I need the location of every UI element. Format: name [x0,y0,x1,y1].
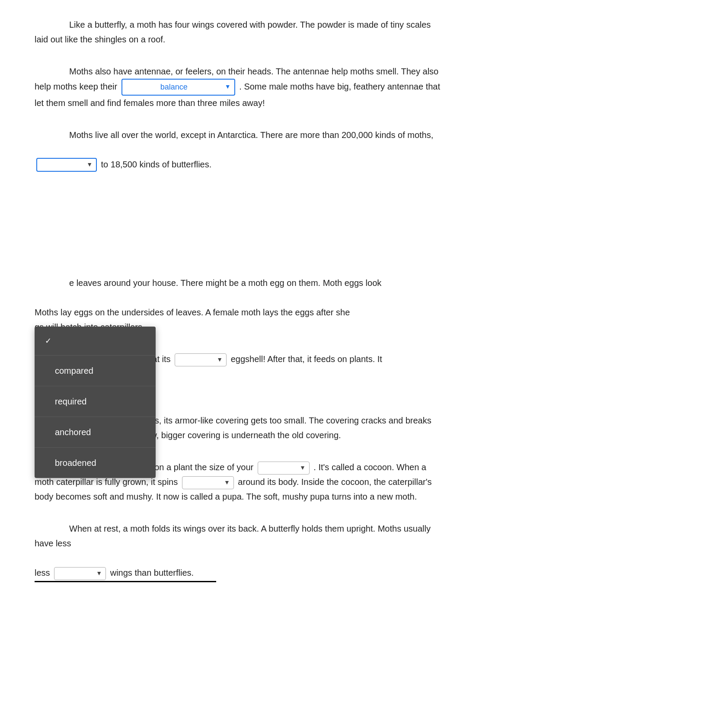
paragraph-4: e leaves around your house. There might … [35,276,441,334]
dropdown-item-compared[interactable]: ✓ compared [35,356,156,386]
p8-text-after: wings than butterflies. [110,568,194,577]
p8-line2: less ▼ wings than butterflies. [35,568,441,582]
dropdown-item-empty[interactable]: ✓ [35,327,156,356]
p3-text-before: Moths live all over the world, except in… [69,130,433,140]
p4-text-line2: Moths lay eggs on the undersides of leav… [35,308,350,317]
balance-dropdown-value: balance [126,80,188,94]
dropdown-6[interactable]: ▼ [54,567,106,580]
paragraph-8: When at rest, a moth folds its wings ove… [35,521,441,582]
paragraph-2: Moths also have antennae, or feelers, on… [35,64,441,110]
dropdown-item-label-1: compared [55,363,145,378]
check-icon-0: ✓ [45,334,51,348]
open-dropdown-chevron: ▼ [86,160,93,170]
p8-text-before: When at rest, a moth folds its wings ove… [35,524,431,548]
dropdown-item-label-2: required [55,394,145,409]
paragraph-3: Moths live all over the world, except in… [35,128,441,172]
p5-text-mid: eggshell! After that, it feeds on plants… [231,354,382,364]
dropdown-5-chevron: ▼ [189,478,230,488]
dropdown-item-anchored[interactable]: ✓ anchored [35,417,156,448]
dropdown-menu: ✓ ✓ compared ✓ required ✓ anchored ✓ bro… [35,327,156,478]
balance-dropdown[interactable]: balance ▼ [121,79,235,96]
dropdown-4[interactable]: ▼ [258,462,310,475]
p4-text-before: e leaves around your house. There might … [69,278,381,288]
p3-text-after: to 18,500 kinds of butterflies. [101,160,212,169]
p1-text: Like a butterfly, a moth has four wings … [35,17,441,47]
p8-indent: When at rest, a moth folds its wings ove… [35,521,441,551]
balance-dropdown-chevron: ▼ [190,82,231,92]
content-area: Like a butterfly, a moth has four wings … [0,0,476,617]
p4-indent: e leaves around your house. There might … [35,276,441,290]
dropdown-item-required[interactable]: ✓ required [35,386,156,417]
dropdown-item-label-3: anchored [55,425,145,439]
dropdown-5[interactable]: ▼ [182,476,234,489]
dropdown-2[interactable]: ▼ [175,353,227,366]
p3-indent: Moths live all over the world, except in… [35,128,441,142]
dropdown-4-chevron: ▼ [265,463,306,473]
p3-line2: ▼ to 18,500 kinds of butterflies. [35,160,211,169]
dropdown-6-chevron: ▼ [96,568,102,579]
dropdown-2-chevron: ▼ [182,355,223,365]
paragraph-1: Like a butterfly, a moth has four wings … [35,17,441,47]
dropdown-item-broadened[interactable]: ✓ broadened [35,448,156,478]
p2-indent: Moths also have antennae, or feelers, on… [35,64,441,110]
underline-decoration [35,581,216,582]
open-dropdown-trigger[interactable]: ▼ [36,158,97,172]
dropdown-item-label-4: broadened [55,455,145,470]
